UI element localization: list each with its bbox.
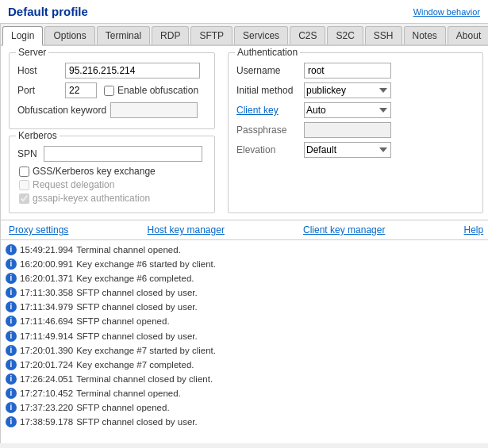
log-area[interactable]: i 15:49:21.994 Terminal channel opened. … bbox=[1, 240, 488, 443]
title-bar: Default profile Window behavior bbox=[0, 0, 488, 24]
username-label: Username bbox=[236, 65, 300, 76]
log-time: 15:49:21.994 bbox=[20, 243, 73, 256]
kerberos-section: Kerberos SPN GSS/Kerberos key exchange R… bbox=[9, 136, 215, 213]
log-time: 17:11:30.358 bbox=[20, 286, 73, 299]
request-delegation-checkbox[interactable] bbox=[19, 180, 29, 190]
host-key-manager-link[interactable]: Host key manager bbox=[148, 224, 225, 235]
log-entry: i 17:38:59.178 SFTP channel closed by us… bbox=[6, 415, 486, 429]
log-entry: i 17:27:10.452 Terminal channel opened. bbox=[6, 386, 486, 400]
log-info-icon: i bbox=[6, 258, 17, 270]
log-message: Key exchange #6 started by client. bbox=[76, 258, 216, 270]
log-message: SFTP channel closed by user. bbox=[76, 330, 198, 343]
tab-options[interactable]: Options bbox=[44, 26, 94, 44]
gss-checkbox[interactable] bbox=[19, 167, 29, 177]
port-input[interactable] bbox=[65, 82, 97, 98]
auth-section-title: Authentication bbox=[235, 47, 300, 58]
enable-obfuscation-label: Enable obfuscation bbox=[117, 85, 198, 96]
log-entry: i 17:11:30.358 SFTP channel closed by us… bbox=[6, 285, 486, 300]
log-info-icon: i bbox=[6, 301, 17, 312]
log-message: SFTP channel closed by user. bbox=[76, 286, 198, 299]
log-info-icon: i bbox=[6, 416, 17, 427]
log-time: 16:20:01.371 bbox=[20, 272, 73, 285]
log-message: Key exchange #6 completed. bbox=[76, 272, 194, 285]
log-info-icon: i bbox=[6, 273, 17, 284]
tab-notes[interactable]: Notes bbox=[404, 26, 446, 44]
tab-c2s[interactable]: C2S bbox=[290, 26, 325, 44]
log-info-icon: i bbox=[6, 331, 17, 342]
elevation-select[interactable]: Default None Elevate if available Requir… bbox=[304, 142, 391, 158]
initial-method-select[interactable]: publickey password keyboard-interactive … bbox=[304, 82, 391, 98]
auth-section: Authentication Username Initial method p… bbox=[228, 52, 483, 213]
obfuscation-keyword-label: Obfuscation keyword bbox=[17, 105, 106, 116]
gss-label: GSS/Kerberos key exchange bbox=[33, 166, 156, 177]
tab-login[interactable]: Login bbox=[2, 26, 43, 46]
client-key-manager-link[interactable]: Client key manager bbox=[303, 224, 385, 235]
log-time: 17:27:10.452 bbox=[20, 387, 73, 400]
help-link[interactable]: Help bbox=[464, 224, 484, 235]
log-entry: i 17:37:23.220 SFTP channel opened. bbox=[6, 400, 486, 415]
log-time: 17:20:01.724 bbox=[20, 358, 73, 371]
log-entry: i 16:20:01.371 Key exchange #6 completed… bbox=[6, 271, 486, 285]
log-info-icon: i bbox=[6, 359, 17, 370]
tab-terminal[interactable]: Terminal bbox=[97, 26, 150, 44]
log-message: SFTP channel opened. bbox=[76, 315, 169, 327]
log-time: 17:37:23.220 bbox=[20, 401, 73, 414]
log-entry: i 17:20:01.390 Key exchange #7 started b… bbox=[6, 343, 486, 358]
username-input[interactable] bbox=[304, 63, 391, 78]
obfuscation-keyword-input[interactable] bbox=[110, 102, 198, 118]
tab-sftp[interactable]: SFTP bbox=[190, 26, 232, 44]
log-entry: i 17:11:46.694 SFTP channel opened. bbox=[6, 314, 486, 328]
log-time: 16:20:00.991 bbox=[20, 258, 73, 270]
log-entry: i 16:20:00.991 Key exchange #6 started b… bbox=[6, 257, 486, 271]
passphrase-label: Passphrase bbox=[236, 124, 300, 136]
host-label: Host bbox=[17, 65, 61, 76]
log-info-icon: i bbox=[6, 287, 17, 298]
log-message: Terminal channel opened. bbox=[76, 387, 181, 400]
kerberos-title: Kerberos bbox=[16, 130, 60, 141]
log-entry: i 17:11:34.979 SFTP channel closed by us… bbox=[6, 300, 486, 314]
window-behavior-link[interactable]: Window behavior bbox=[413, 7, 480, 17]
log-entry: i 17:11:49.914 SFTP channel closed by us… bbox=[6, 329, 486, 343]
spn-label: SPN bbox=[17, 148, 40, 159]
tab-about[interactable]: About bbox=[448, 26, 488, 44]
request-delegation-label: Request delegation bbox=[33, 179, 114, 190]
tab-services[interactable]: Services bbox=[234, 26, 288, 44]
enable-obfuscation-checkbox[interactable] bbox=[104, 86, 114, 96]
tab-ssh[interactable]: SSH bbox=[365, 26, 402, 44]
log-time: 17:11:49.914 bbox=[20, 330, 73, 343]
log-message: SFTP channel closed by user. bbox=[76, 415, 198, 428]
tab-rdp[interactable]: RDP bbox=[152, 26, 189, 44]
initial-method-label: Initial method bbox=[236, 85, 300, 96]
proxy-settings-link[interactable]: Proxy settings bbox=[9, 224, 68, 235]
log-entry: i 17:26:24.051 Terminal channel closed b… bbox=[6, 372, 486, 386]
log-message: SFTP channel opened. bbox=[76, 401, 169, 414]
links-row: Proxy settings Host key manager Client k… bbox=[1, 220, 488, 240]
log-message: SFTP channel closed by user. bbox=[76, 301, 198, 313]
log-message: Key exchange #7 started by client. bbox=[76, 344, 216, 357]
log-time: 17:20:01.390 bbox=[20, 344, 73, 357]
host-input[interactable] bbox=[65, 63, 200, 78]
log-entry: i 17:20:01.724 Key exchange #7 completed… bbox=[6, 358, 486, 372]
log-info-icon: i bbox=[6, 402, 17, 413]
window-title: Default profile bbox=[8, 5, 88, 18]
log-time: 17:38:59.178 bbox=[20, 415, 73, 428]
port-label: Port bbox=[17, 85, 61, 96]
tab-s2c[interactable]: S2C bbox=[327, 26, 363, 44]
client-key-select[interactable]: Auto Global Profile bbox=[304, 102, 391, 118]
spn-input[interactable] bbox=[44, 146, 202, 162]
gssapi-label: gssapi-keyex authentication bbox=[33, 193, 150, 204]
log-time: 17:11:34.979 bbox=[20, 301, 73, 313]
log-message: Terminal channel closed by client. bbox=[76, 373, 213, 385]
log-info-icon: i bbox=[6, 345, 17, 356]
log-message: Key exchange #7 completed. bbox=[76, 358, 194, 371]
log-time: 17:11:46.694 bbox=[20, 315, 73, 327]
gssapi-checkbox[interactable] bbox=[19, 193, 29, 204]
elevation-label: Elevation bbox=[236, 144, 300, 155]
log-message: Terminal channel opened. bbox=[76, 243, 181, 256]
passphrase-input[interactable] bbox=[304, 122, 391, 138]
server-section: Server Host Port Enable obfuscation bbox=[9, 52, 215, 129]
log-info-icon: i bbox=[6, 316, 17, 327]
client-key-label[interactable]: Client key bbox=[236, 105, 300, 116]
tab-bar: Login Options Terminal RDP SFTP Services… bbox=[1, 24, 488, 46]
log-time: 17:26:24.051 bbox=[20, 373, 73, 385]
